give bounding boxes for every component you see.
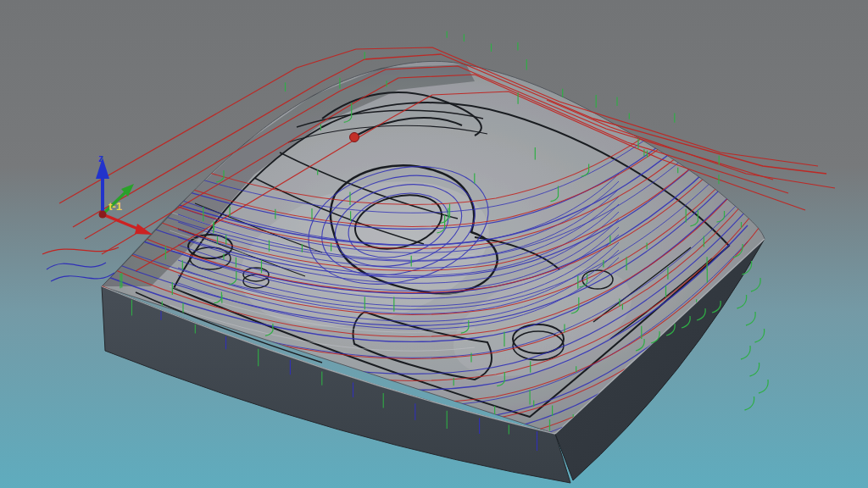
3d-viewport[interactable]: z t-1 xyxy=(0,0,868,488)
toolpath-start-marker[interactable] xyxy=(350,133,359,142)
machined-part-model[interactable] xyxy=(102,61,765,483)
toolpath-overhang-left xyxy=(42,247,119,281)
coordinate-triad: z t-1 xyxy=(96,152,153,235)
triad-origin-dot xyxy=(99,211,107,219)
z-axis-label: z xyxy=(98,152,103,164)
z-axis-arrow-icon xyxy=(96,158,109,214)
coordinate-system-label: t-1 xyxy=(108,200,122,213)
